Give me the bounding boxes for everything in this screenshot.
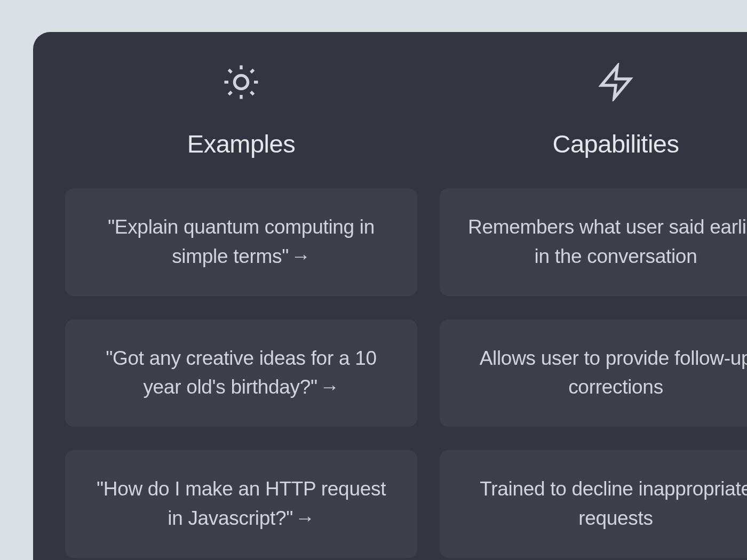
cards-capabilities: Remembers what user said earlier in the … (440, 188, 747, 558)
bolt-icon (597, 63, 635, 101)
svg-point-0 (234, 75, 248, 89)
column-title-capabilities: Capabilities (553, 129, 679, 158)
capability-card-remembers: Remembers what user said earlier in the … (440, 188, 747, 296)
capability-card-decline: Trained to decline inappropriate request… (440, 450, 747, 558)
capability-text: Remembers what user said earlier in the … (468, 216, 747, 267)
sun-icon (222, 63, 260, 101)
capability-text: Allows user to provide follow-up correct… (480, 347, 747, 398)
arrow-icon: → (320, 373, 339, 402)
capability-text: Trained to decline inappropriate request… (480, 478, 747, 529)
arrow-icon: → (291, 242, 311, 271)
svg-line-3 (229, 70, 232, 73)
svg-line-4 (251, 92, 253, 94)
main-panel: Examples "Explain quantum computing in s… (33, 32, 747, 560)
cards-examples: "Explain quantum computing in simple ter… (65, 188, 417, 558)
example-card-http[interactable]: "How do I make an HTTP request in Javasc… (65, 450, 417, 558)
arrow-icon: → (295, 504, 315, 533)
svg-line-7 (229, 92, 232, 94)
columns-container: Examples "Explain quantum computing in s… (65, 63, 747, 558)
column-capabilities: Capabilities Remembers what user said ea… (440, 63, 747, 558)
column-title-examples: Examples (187, 129, 295, 158)
column-examples: Examples "Explain quantum computing in s… (65, 63, 417, 558)
example-text: "How do I make an HTTP request in Javasc… (97, 478, 386, 529)
example-card-quantum[interactable]: "Explain quantum computing in simple ter… (65, 188, 417, 296)
svg-marker-9 (601, 66, 630, 98)
example-text: "Explain quantum computing in simple ter… (108, 216, 375, 267)
example-card-birthday[interactable]: "Got any creative ideas for a 10 year ol… (65, 319, 417, 427)
capability-card-followup: Allows user to provide follow-up correct… (440, 319, 747, 427)
svg-line-8 (251, 70, 253, 73)
